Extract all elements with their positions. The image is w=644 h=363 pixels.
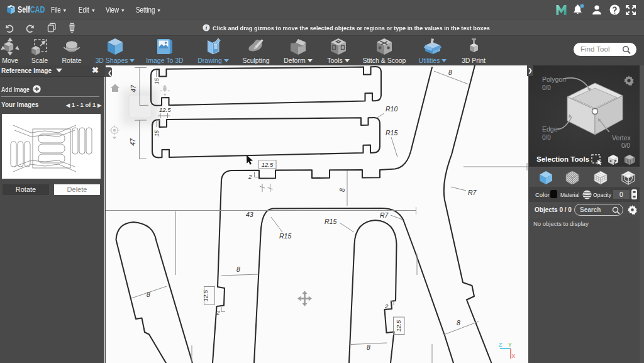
- svg-text:43: 43: [246, 211, 253, 218]
- svg-text:R7: R7: [380, 211, 389, 219]
- svg-text:Z: Z: [499, 342, 502, 348]
- svg-text:2: 2: [216, 309, 220, 316]
- svg-text:15: 15: [153, 130, 160, 137]
- svg-text:8: 8: [236, 265, 240, 273]
- svg-text:X: X: [512, 353, 516, 359]
- svg-text:12.5: 12.5: [262, 161, 274, 168]
- svg-text:12.5: 12.5: [202, 289, 209, 301]
- svg-text:❮: ❮: [108, 70, 113, 77]
- svg-text:12.5: 12.5: [395, 320, 402, 332]
- svg-text:Y: Y: [508, 342, 512, 348]
- svg-text:15: 15: [153, 77, 160, 84]
- svg-text:2: 2: [248, 173, 252, 180]
- svg-text:8: 8: [147, 291, 150, 298]
- svg-text:12.5: 12.5: [159, 106, 171, 113]
- svg-text:2: 2: [384, 303, 389, 310]
- svg-text:8: 8: [448, 69, 452, 76]
- svg-text:R7: R7: [468, 189, 477, 196]
- svg-text:R10: R10: [386, 105, 397, 113]
- svg-text:47: 47: [130, 84, 137, 92]
- svg-text:8: 8: [457, 319, 460, 327]
- svg-text:R15: R15: [325, 218, 336, 225]
- svg-text:8: 8: [367, 343, 370, 351]
- svg-text:47: 47: [129, 138, 136, 146]
- svg-text:R15: R15: [279, 232, 291, 240]
- svg-text:8: 8: [338, 188, 346, 192]
- svg-text:R15: R15: [386, 129, 397, 137]
